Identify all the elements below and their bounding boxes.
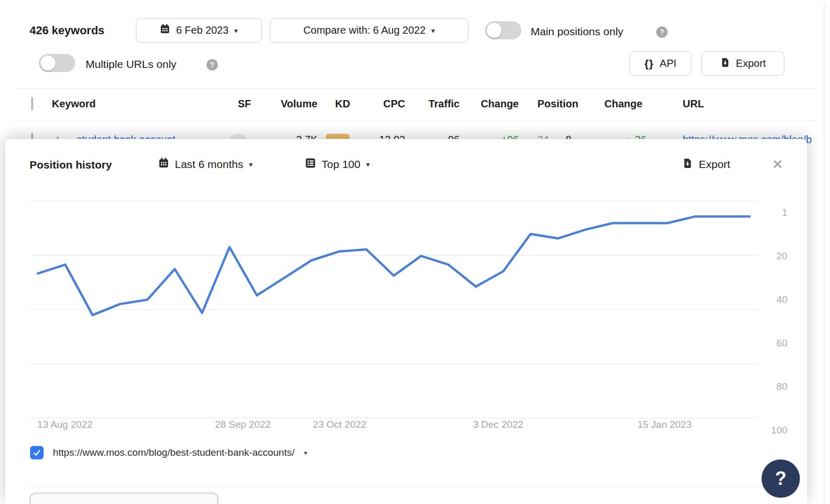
svg-text:60: 60 xyxy=(777,338,787,348)
col-header-url[interactable]: URL xyxy=(683,98,704,110)
chart-url-label[interactable]: https://www.mos.com/blog/best-student-ba… xyxy=(53,447,295,458)
select-all-checkbox[interactable] xyxy=(31,97,33,110)
col-header-cpc[interactable]: CPC xyxy=(363,98,405,110)
api-label: API xyxy=(660,58,676,69)
col-header-volume[interactable]: Volume xyxy=(259,98,317,110)
keywords-count: 426 keywords xyxy=(30,24,104,37)
compare-date-button[interactable]: Compare with: 6 Aug 2022 ▾ xyxy=(270,18,468,43)
col-header-position-change[interactable]: Change xyxy=(604,98,642,110)
date-picker-button[interactable]: 6 Feb 2023 ▾ xyxy=(136,18,262,43)
svg-text:80: 80 xyxy=(777,381,787,392)
page-right-border xyxy=(824,4,824,504)
svg-text:23 Oct 2022: 23 Oct 2022 xyxy=(313,419,367,430)
date-picker-label: 6 Feb 2023 xyxy=(176,24,228,36)
svg-text:40: 40 xyxy=(777,294,787,305)
svg-text:28 Sep 2022: 28 Sep 2022 xyxy=(215,419,271,430)
help-icon[interactable]: ? xyxy=(656,26,668,38)
col-header-traffic-change[interactable]: Change xyxy=(467,98,519,110)
help-icon[interactable]: ? xyxy=(206,59,218,71)
chevron-down-icon: ▾ xyxy=(234,26,238,35)
col-header-position[interactable]: Position xyxy=(537,98,578,110)
col-header-keyword[interactable]: Keyword xyxy=(52,98,95,110)
position-history-chart: 12040608010013 Aug 202228 Sep 202223 Oct… xyxy=(5,139,807,440)
organic-keywords-page: 426 keywords 6 Feb 2023 ▾ Compare with: … xyxy=(0,0,830,504)
url-checkbox-checked[interactable] xyxy=(30,446,44,459)
chevron-down-icon: ▾ xyxy=(431,26,435,35)
position-history-modal: Position history Last 6 months ▾ Top 100… xyxy=(5,139,807,504)
svg-text:20: 20 xyxy=(777,250,787,261)
col-header-sf[interactable]: SF xyxy=(218,98,251,110)
main-positions-label: Main positions only xyxy=(531,25,624,38)
help-fab-button[interactable]: ? xyxy=(762,459,800,498)
table-header-row: Keyword SF Volume KD CPC Traffic Change … xyxy=(0,88,824,120)
modal-bottom-divider xyxy=(30,486,802,487)
svg-text:1: 1 xyxy=(782,207,787,218)
multiple-urls-toggle[interactable] xyxy=(39,54,75,72)
compare-label: Compare with: 6 Aug 2022 xyxy=(303,24,426,36)
export-file-icon xyxy=(720,57,730,70)
api-button[interactable]: {} API xyxy=(629,51,691,76)
svg-text:13 Aug 2022: 13 Aug 2022 xyxy=(37,419,93,430)
calendar-icon xyxy=(160,24,170,37)
col-header-traffic[interactable]: Traffic xyxy=(415,98,460,110)
chart-url-row: https://www.mos.com/blog/best-student-ba… xyxy=(30,444,307,461)
svg-text:3 Dec 2022: 3 Dec 2022 xyxy=(473,419,523,430)
export-button[interactable]: Export xyxy=(701,51,784,76)
main-positions-toggle[interactable] xyxy=(485,21,521,39)
svg-text:15 Jan 2023: 15 Jan 2023 xyxy=(638,419,692,430)
multiple-urls-label: Multiple URLs only xyxy=(86,58,176,71)
svg-text:100: 100 xyxy=(771,425,787,436)
chevron-down-icon[interactable]: ▾ xyxy=(304,449,308,457)
truncated-button[interactable] xyxy=(30,493,218,504)
braces-icon: {} xyxy=(644,58,654,70)
col-header-kd[interactable]: KD xyxy=(322,98,350,110)
line-chart-svg: 12040608010013 Aug 202228 Sep 202223 Oct… xyxy=(5,139,807,440)
export-label: Export xyxy=(736,58,766,69)
keywords-toolbar-and-table: 426 keywords 6 Feb 2023 ▾ Compare with: … xyxy=(0,4,824,139)
